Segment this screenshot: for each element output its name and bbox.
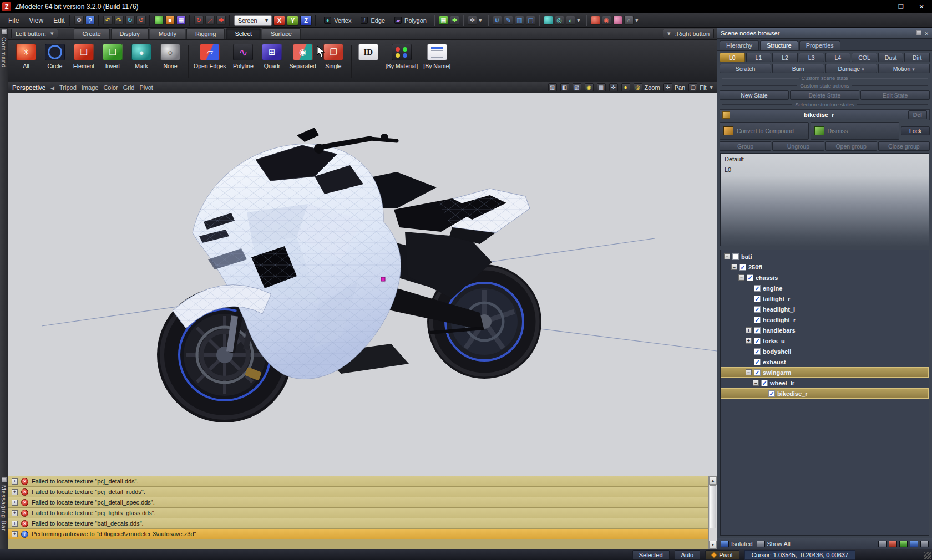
sculpt-pull-icon[interactable]: [602, 16, 611, 25]
node-checkbox[interactable]: [754, 327, 761, 334]
scrollbar-thumb[interactable]: [710, 485, 716, 528]
scratch-button[interactable]: Scratch: [720, 64, 771, 73]
render-icon[interactable]: [154, 16, 164, 25]
ring-primitive-icon[interactable]: [555, 16, 564, 25]
node-checkbox[interactable]: [754, 317, 761, 323]
scale-tool-icon[interactable]: [205, 16, 215, 25]
magnet-tool-icon[interactable]: [493, 16, 502, 25]
grid-toggle[interactable]: Grid: [123, 84, 135, 91]
node-checkbox[interactable]: [768, 390, 775, 397]
view-menu-caret[interactable]: [710, 84, 713, 91]
revert-icon[interactable]: [136, 16, 146, 25]
sculpt-off-icon[interactable]: [624, 16, 634, 25]
layer-l4-button[interactable]: L4: [825, 53, 851, 62]
collapse-icon[interactable]: [731, 264, 737, 270]
undo-icon[interactable]: [103, 16, 113, 25]
tree-node-handlebars[interactable]: handlebars: [721, 325, 929, 335]
pin-icon[interactable]: [2, 477, 7, 482]
collapse-icon[interactable]: [746, 369, 752, 375]
new-state-button[interactable]: New State: [720, 90, 789, 100]
resize-grip[interactable]: [924, 552, 931, 559]
tree-node-headlight-r[interactable]: headlight_r: [721, 314, 929, 325]
select-element-tool[interactable]: Element: [69, 43, 98, 69]
menu-view[interactable]: View: [24, 16, 48, 26]
node-checkbox[interactable]: [754, 359, 761, 365]
local-axes-icon[interactable]: [468, 16, 477, 25]
back-arrow-icon[interactable]: [50, 84, 54, 91]
close-group-button[interactable]: Close group: [878, 141, 930, 151]
hemisphere-primitive-icon[interactable]: [566, 16, 575, 25]
collapse-icon[interactable]: [738, 274, 744, 281]
select-open-edges-tool[interactable]: Open Edges: [191, 43, 229, 69]
select-quadr-tool[interactable]: Quadr: [257, 43, 286, 69]
node-checkbox[interactable]: [754, 369, 761, 376]
maximize-button[interactable]: [893, 2, 909, 12]
image-toggle[interactable]: Image: [82, 84, 99, 91]
lock-button[interactable]: Lock: [901, 126, 930, 135]
expand-message-icon[interactable]: [12, 531, 18, 537]
select-all-tool[interactable]: All: [12, 43, 40, 69]
view-mode-label[interactable]: Perspective: [12, 84, 45, 91]
burn-button[interactable]: Burn: [772, 64, 824, 73]
dismiss-button[interactable]: Dismiss: [811, 122, 900, 140]
material-editor-icon[interactable]: [165, 16, 175, 25]
grid-snap-icon[interactable]: [439, 16, 448, 25]
select-invert-tool[interactable]: Invert: [98, 43, 127, 69]
scroll-up-icon[interactable]: [709, 476, 717, 485]
auto-mode-button[interactable]: Auto: [675, 550, 701, 560]
open-group-button[interactable]: Open group: [825, 141, 877, 151]
layer-l2-button[interactable]: L2: [772, 53, 798, 62]
tree-node-taillight-r[interactable]: taillight_r: [721, 293, 929, 304]
node-checkbox[interactable]: [754, 296, 761, 302]
select-none-tool[interactable]: None: [156, 43, 185, 69]
rotate-tool-icon[interactable]: [194, 16, 204, 25]
expand-icon[interactable]: [746, 338, 752, 344]
select-separated-tool[interactable]: Separated: [286, 43, 318, 69]
redo-icon[interactable]: [114, 16, 124, 25]
tab-surface[interactable]: Surface: [262, 28, 301, 39]
help-icon[interactable]: [85, 16, 95, 25]
close-button[interactable]: [913, 2, 930, 12]
expand-message-icon[interactable]: [12, 521, 18, 527]
pivot-toggle[interactable]: Pivot: [139, 84, 153, 91]
tab-select[interactable]: Select: [226, 28, 261, 39]
del-button[interactable]: Del: [908, 110, 927, 119]
tree-node-forks-u[interactable]: forks_u: [721, 335, 929, 346]
menu-edit[interactable]: Edit: [48, 16, 70, 26]
color-toggle[interactable]: Color: [103, 84, 118, 91]
screen-mode-select[interactable]: Screen: [234, 15, 272, 26]
message-row[interactable]: Failed to locate texture "pcj_detail_spe…: [8, 497, 708, 508]
columns-tool-icon[interactable]: [515, 16, 524, 25]
damage-button[interactable]: Damage: [825, 64, 877, 73]
sculpt-smooth-icon[interactable]: [613, 16, 622, 25]
axis-x-button[interactable]: X: [273, 16, 285, 26]
pivot-mode-button[interactable]: Pivot: [705, 550, 739, 560]
panel-tool-icon[interactable]: [526, 16, 535, 25]
grid-icon[interactable]: [597, 83, 606, 91]
light-bulb-icon[interactable]: [621, 83, 630, 91]
expand-icon[interactable]: [746, 327, 752, 333]
close-icon[interactable]: [924, 30, 929, 37]
3d-viewport-canvas[interactable]: [8, 93, 717, 476]
textured-view-icon[interactable]: [573, 83, 581, 91]
layer-dust-button[interactable]: Dust: [878, 53, 904, 62]
states-list[interactable]: Default L0: [720, 153, 929, 246]
wireframe-view-icon[interactable]: [548, 83, 557, 91]
texture-browser-icon[interactable]: [176, 16, 186, 25]
expand-message-icon[interactable]: [12, 478, 18, 485]
chevron-down-icon[interactable]: [635, 17, 641, 24]
state-row-default[interactable]: Default: [721, 154, 929, 164]
chevron-down-icon[interactable]: [479, 17, 484, 24]
add-object-icon[interactable]: [450, 16, 459, 25]
view-layout-1-icon[interactable]: [878, 541, 887, 547]
settings-icon[interactable]: [74, 16, 84, 25]
view-layout-5-icon[interactable]: [920, 541, 929, 547]
axis-z-button[interactable]: Z: [300, 16, 312, 26]
select-polyline-tool[interactable]: Polyline: [229, 43, 257, 69]
shaded-view-icon[interactable]: [560, 83, 569, 91]
node-checkbox[interactable]: [739, 264, 746, 271]
pan-button[interactable]: Pan: [663, 83, 686, 91]
message-row[interactable]: Failed to locate texture "pcj_detail_n.d…: [8, 487, 708, 497]
tab-modify[interactable]: Modify: [150, 28, 185, 39]
node-checkbox[interactable]: [761, 380, 768, 386]
